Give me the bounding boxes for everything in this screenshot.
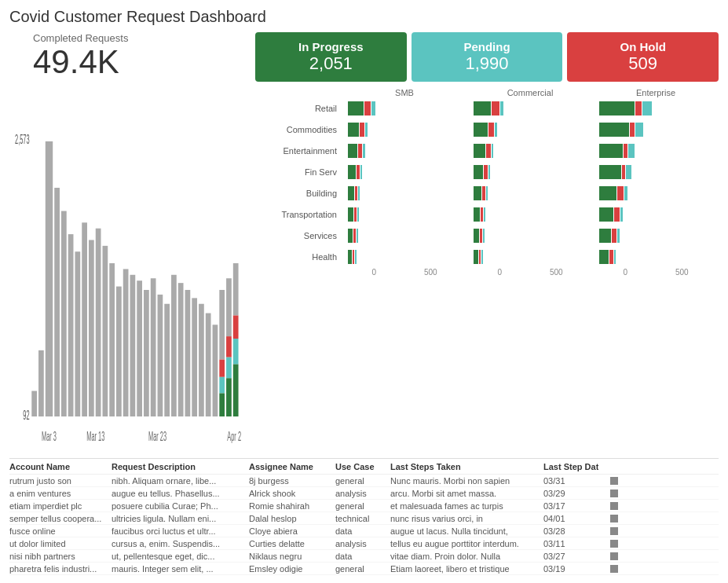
svg-rect-18	[144, 290, 149, 416]
col-header-indicator	[598, 462, 618, 471]
mini-bar	[624, 144, 627, 158]
mini-bar	[599, 144, 623, 158]
svg-rect-12	[103, 246, 108, 416]
row-indicator	[598, 514, 618, 523]
mini-bars	[474, 144, 493, 158]
col-account: etiam imperdiet plc	[9, 501, 112, 511]
category-row: Services	[255, 226, 719, 245]
mini-bar	[617, 229, 620, 243]
svg-rect-37	[233, 263, 239, 315]
bar-group	[467, 229, 593, 243]
indicator-box	[610, 540, 618, 548]
row-indicator	[598, 564, 618, 574]
mini-bar	[357, 207, 359, 222]
left-panel: Completed Requests 49.4K 2,573 92	[9, 32, 247, 455]
row-indicator	[598, 526, 618, 536]
svg-rect-34	[226, 336, 232, 358]
col-laststep: augue ut lacus. Nulla tincidunt,	[390, 526, 543, 536]
col-lastdate: 03/17	[543, 501, 598, 511]
bar-group	[342, 207, 467, 222]
col-request: cursus a, enim. Suspendis...	[112, 539, 249, 548]
svg-rect-20	[158, 295, 163, 416]
col-header-enterprise: Enterprise	[593, 88, 719, 97]
mini-bar	[481, 207, 483, 222]
mini-bars	[599, 207, 623, 222]
svg-rect-36	[226, 378, 232, 416]
col-account: semper tellus coopera...	[9, 514, 112, 523]
page-title: Covid Customer Request Dashboard	[9, 8, 719, 26]
category-row: Fin Serv	[255, 163, 719, 182]
mini-bar	[612, 229, 616, 243]
svg-rect-38	[233, 316, 239, 339]
pending-value: 1,990	[421, 53, 554, 74]
category-label: Retail	[255, 104, 342, 113]
svg-rect-7	[68, 234, 74, 416]
mini-bar	[500, 101, 503, 116]
mini-bar	[365, 123, 368, 137]
axis-row: 0500 0500 0500	[255, 268, 719, 277]
category-chart-headers: SMB Commercial Enterprise	[255, 88, 719, 97]
mini-bars	[348, 186, 360, 200]
svg-rect-27	[206, 314, 211, 417]
mini-bars	[348, 207, 359, 222]
mini-bar	[495, 123, 497, 137]
table-row: etiam imperdiet plcposuere cubilia Curae…	[9, 500, 719, 512]
svg-rect-32	[219, 394, 225, 417]
mini-bar	[358, 144, 362, 158]
mini-bar	[624, 186, 627, 200]
mini-bar	[348, 229, 353, 243]
mini-bar	[353, 229, 356, 243]
svg-rect-2	[31, 391, 37, 417]
table-row: pharetra felis industri...mauris. Intege…	[9, 563, 719, 575]
category-bars	[342, 165, 719, 179]
mini-bars	[348, 165, 362, 179]
mini-bars	[474, 101, 503, 116]
status-card-pending[interactable]: Pending 1,990	[412, 32, 563, 82]
mini-bar	[364, 101, 371, 116]
mini-bars	[599, 229, 620, 243]
right-panel: In Progress 2,051 Pending 1,990 On Hold …	[247, 32, 719, 455]
status-card-on-hold[interactable]: On Hold 509	[567, 32, 719, 82]
on-hold-value: 509	[576, 53, 709, 74]
category-label: Fin Serv	[255, 167, 342, 177]
col-assignee: 8j burgess	[249, 476, 335, 486]
bar-group	[467, 250, 593, 264]
col-header-commercial: Commercial	[467, 88, 593, 97]
mini-bars	[599, 101, 652, 116]
col-header-usecase: Use Case	[335, 462, 390, 471]
row-indicator	[598, 501, 618, 511]
category-bars	[342, 229, 719, 243]
svg-rect-5	[54, 188, 60, 416]
col-assignee: Dalal heslop	[249, 514, 335, 523]
svg-rect-29	[219, 290, 225, 360]
pending-label: Pending	[421, 40, 554, 53]
mini-bar	[363, 144, 365, 158]
svg-rect-19	[151, 278, 156, 416]
svg-rect-25	[192, 299, 197, 417]
table-row: ut dolor limitedcursus a, enim. Suspendi…	[9, 537, 719, 550]
col-lastdate: 03/19	[543, 564, 598, 574]
mini-bar	[622, 165, 625, 179]
svg-rect-16	[130, 275, 136, 416]
mini-bar	[474, 207, 480, 222]
dashboard: Covid Customer Request Dashboard Complet…	[0, 0, 728, 583]
category-label: Entertainment	[255, 146, 342, 156]
svg-rect-26	[199, 304, 204, 416]
bar-group	[342, 144, 467, 158]
status-card-in-progress[interactable]: In Progress 2,051	[255, 32, 407, 82]
mini-bar	[628, 144, 635, 158]
table-row: rutrum justo sonnibh. Aliquam ornare, li…	[9, 475, 719, 487]
svg-rect-4	[46, 141, 53, 416]
table-row: a enim venturesaugue eu tellus. Phasellu…	[9, 487, 719, 500]
col-account: ut dolor limited	[9, 539, 112, 548]
mini-bar	[617, 186, 624, 200]
mini-bar	[599, 123, 629, 137]
indicator-box	[610, 477, 618, 485]
col-usecase: technical	[335, 514, 390, 523]
mini-bar	[626, 165, 631, 179]
mini-bars	[599, 165, 631, 179]
col-usecase: general	[335, 564, 390, 574]
col-lastdate: 03/28	[543, 526, 598, 536]
col-assignee: Romie shahirah	[249, 501, 335, 511]
mini-bars	[348, 250, 357, 264]
